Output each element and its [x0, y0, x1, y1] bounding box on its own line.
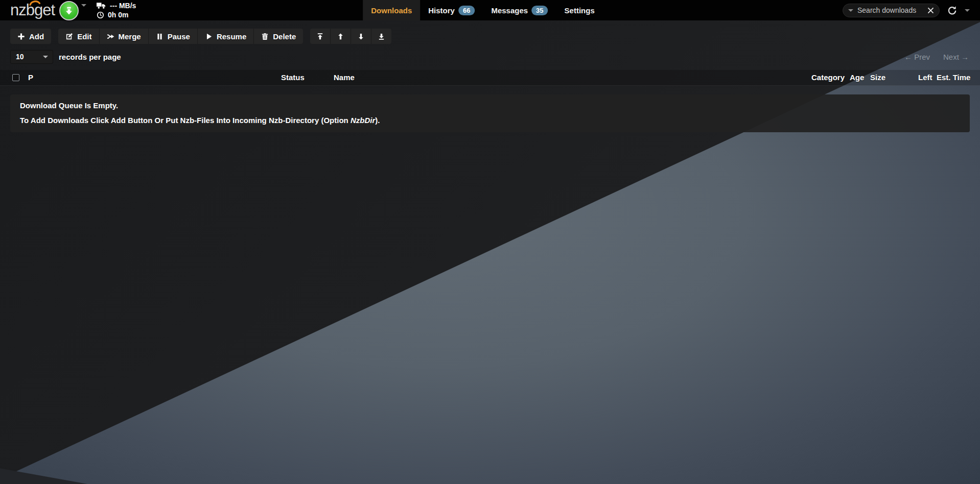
queue-table-header: P Status Name Category Age Size Left Est…	[0, 70, 980, 86]
page-size-select[interactable]: 10	[10, 50, 53, 64]
move-up-icon	[337, 33, 344, 40]
download-arrow-icon	[64, 6, 74, 16]
move-up-button[interactable]	[330, 29, 351, 44]
search-group	[843, 4, 970, 17]
download-toggle-button[interactable]	[59, 1, 79, 20]
downloads-page: Add Edit Merge	[0, 20, 980, 484]
time-value: 0h 0m	[108, 11, 128, 19]
move-top-button[interactable]	[310, 29, 330, 44]
hint-text-suffix: ).	[375, 116, 380, 125]
column-left: Left	[918, 73, 932, 82]
column-category: Category	[811, 73, 845, 82]
resume-button[interactable]: Resume	[197, 29, 253, 44]
top-navbar: nzbget --- MB/s 0h 0m	[0, 0, 980, 20]
refresh-interval-caret-icon[interactable]	[965, 9, 970, 12]
move-group	[310, 29, 391, 44]
add-button[interactable]: Add	[10, 29, 51, 44]
merge-icon	[107, 33, 114, 40]
speed-limit-caret-icon[interactable]	[81, 4, 86, 7]
logo-group: nzbget	[10, 0, 86, 20]
play-icon	[205, 33, 213, 40]
records-per-page-label: records per page	[59, 53, 121, 61]
move-top-icon	[316, 33, 324, 40]
hint-text: To Add Downloads Click Add Button Or Put…	[20, 116, 351, 125]
tab-settings-label: Settings	[565, 6, 595, 15]
app-logo: nzbget	[10, 0, 55, 20]
edit-icon	[65, 33, 73, 40]
speed-status: --- MB/s	[97, 2, 136, 10]
main-tabs: Downloads History 66 Messages 35 Setting…	[363, 0, 603, 20]
select-all-checkbox[interactable]	[12, 74, 19, 81]
tab-downloads-label: Downloads	[371, 6, 412, 15]
page-background: Add Edit Merge	[0, 20, 980, 484]
speed-value: --- MB/s	[110, 2, 136, 10]
resume-button-label: Resume	[217, 32, 246, 41]
trash-icon	[261, 33, 269, 40]
search-clear-button[interactable]	[927, 7, 934, 14]
tab-messages-label: Messages	[491, 6, 528, 15]
edit-actions-group: Edit Merge Pause	[58, 29, 303, 44]
tab-messages[interactable]: Messages 35	[483, 0, 556, 20]
edit-button-label: Edit	[77, 32, 91, 41]
messages-count-badge: 35	[531, 6, 548, 15]
move-bottom-icon	[378, 33, 385, 40]
search-input[interactable]	[857, 6, 923, 14]
x-icon	[927, 7, 934, 14]
queue-toolbar: Add Edit Merge	[10, 29, 391, 44]
merge-button-label: Merge	[119, 32, 141, 41]
truck-icon	[97, 2, 106, 9]
edit-button[interactable]: Edit	[58, 29, 99, 44]
delete-button[interactable]: Delete	[253, 29, 303, 44]
column-status: Status	[281, 73, 305, 82]
column-est-time: Est. Time	[937, 73, 970, 82]
time-status: 0h 0m	[97, 11, 136, 19]
tab-settings[interactable]: Settings	[556, 0, 603, 20]
pause-icon	[156, 33, 164, 40]
column-name: Name	[334, 73, 355, 82]
clock-icon	[97, 11, 104, 19]
column-priority: P	[28, 73, 33, 82]
status-group: --- MB/s 0h 0m	[97, 2, 136, 19]
pager: ← Prev Next →	[904, 53, 969, 61]
empty-queue-hint: To Add Downloads Click Add Button Or Put…	[20, 116, 960, 125]
search-options-caret-icon[interactable]	[848, 9, 853, 12]
page-size-caret-icon	[43, 56, 48, 58]
history-count-badge: 66	[458, 6, 475, 15]
tab-history[interactable]: History 66	[420, 0, 483, 20]
merge-button[interactable]: Merge	[99, 29, 148, 44]
move-down-icon	[357, 33, 365, 40]
move-down-button[interactable]	[351, 29, 371, 44]
next-page-link[interactable]: Next →	[943, 53, 969, 61]
move-bottom-button[interactable]	[371, 29, 391, 44]
tab-downloads[interactable]: Downloads	[363, 0, 420, 20]
search-box	[843, 4, 940, 17]
add-button-label: Add	[29, 32, 44, 41]
pause-button[interactable]: Pause	[148, 29, 197, 44]
add-group: Add	[10, 29, 51, 44]
empty-queue-title: Download Queue Is Empty.	[20, 101, 960, 110]
hint-option-name: NzbDir	[351, 116, 375, 125]
column-age: Age	[850, 73, 864, 82]
tab-history-label: History	[428, 6, 455, 15]
pause-button-label: Pause	[168, 32, 190, 41]
column-size: Size	[870, 73, 885, 82]
records-row: 10 records per page ← Prev Next →	[10, 50, 969, 64]
delete-button-label: Delete	[273, 32, 296, 41]
logo-arc-icon	[29, 0, 41, 6]
refresh-button[interactable]	[947, 6, 957, 15]
empty-queue-panel: Download Queue Is Empty. To Add Download…	[10, 94, 970, 132]
prev-page-link[interactable]: ← Prev	[904, 53, 930, 61]
refresh-icon	[947, 6, 957, 15]
page-size-value: 10	[16, 53, 24, 61]
plus-icon	[17, 33, 25, 40]
